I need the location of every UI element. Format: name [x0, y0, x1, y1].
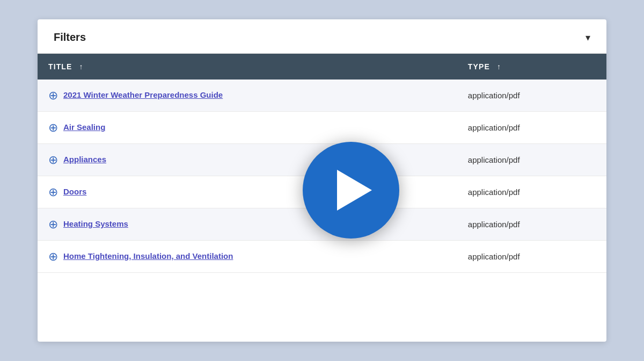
plus-icon[interactable]: ⊕ — [48, 122, 58, 134]
row-title-link[interactable]: Air Sealing — [63, 121, 105, 133]
row-title-link[interactable]: Home Tightening, Insulation, and Ventila… — [63, 250, 233, 262]
row-title-link[interactable]: Appliances — [63, 154, 106, 165]
table-row: ⊕Air Sealingapplication/pdf — [38, 112, 606, 144]
chevron-down-icon[interactable]: ▾ — [586, 32, 590, 44]
sort-arrow-title[interactable]: ↑ — [79, 62, 84, 71]
title-cell: ⊕Air Sealing — [38, 112, 457, 144]
type-cell: application/pdf — [457, 80, 606, 112]
table-row: ⊕Home Tightening, Insulation, and Ventil… — [38, 241, 606, 273]
table-row: ⊕2021 Winter Weather Preparedness Guidea… — [38, 80, 606, 112]
title-cell: ⊕Heating Systems — [38, 208, 457, 241]
plus-icon[interactable]: ⊕ — [48, 90, 58, 102]
plus-icon[interactable]: ⊕ — [48, 186, 58, 198]
column-header-title[interactable]: TITLE ↑ — [38, 54, 457, 80]
column-header-type[interactable]: TYPE ↑ — [457, 54, 606, 80]
filters-label: Filters — [54, 31, 86, 44]
title-cell: ⊕2021 Winter Weather Preparedness Guide — [38, 80, 457, 112]
table-header-row: TITLE ↑ TYPE ↑ — [38, 54, 606, 80]
sort-arrow-type[interactable]: ↑ — [497, 62, 501, 71]
play-triangle-icon — [337, 170, 372, 211]
type-cell: application/pdf — [457, 241, 606, 273]
plus-icon[interactable]: ⊕ — [48, 219, 58, 230]
title-cell: ⊕Home Tightening, Insulation, and Ventil… — [38, 241, 457, 273]
type-cell: application/pdf — [457, 144, 606, 176]
row-title-link[interactable]: Doors — [63, 186, 86, 197]
row-title-link[interactable]: 2021 Winter Weather Preparedness Guide — [63, 89, 223, 100]
type-cell: application/pdf — [457, 112, 606, 144]
type-cell: application/pdf — [457, 176, 606, 208]
plus-icon[interactable]: ⊕ — [48, 251, 58, 263]
main-card: Filters ▾ TITLE ↑ TYPE ↑ ⊕2021 Winter We… — [38, 19, 606, 342]
row-title-link[interactable]: Heating Systems — [63, 218, 128, 229]
play-button[interactable] — [303, 142, 399, 239]
plus-icon[interactable]: ⊕ — [48, 154, 58, 166]
filters-bar: Filters ▾ — [38, 19, 606, 54]
type-cell: application/pdf — [457, 208, 606, 241]
